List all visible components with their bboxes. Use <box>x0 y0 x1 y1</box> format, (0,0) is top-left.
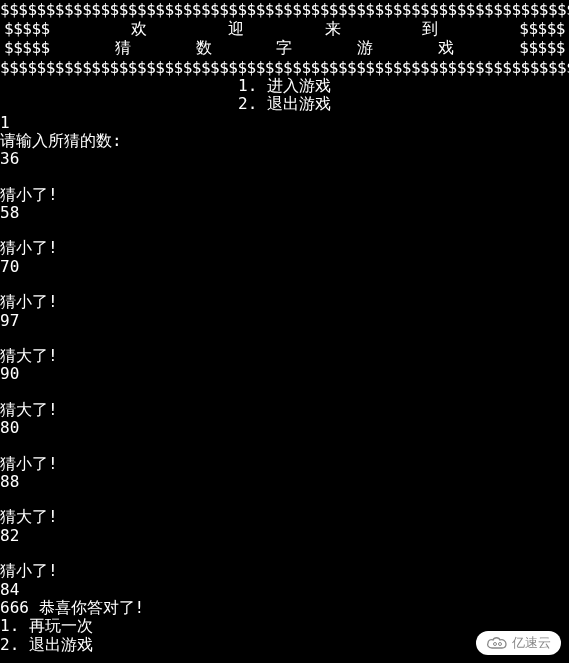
guess-feedback: 猜小了! <box>0 293 569 311</box>
banner-subtitle-char: 数 <box>196 38 212 57</box>
guess-prompt: 请输入所猜的数: <box>0 132 569 150</box>
banner-subtitle-char: 字 <box>276 38 292 57</box>
banner-subtitle-row: $$$$$ 猜 数 字 游 戏 $$$$$ <box>0 38 569 57</box>
guess-feedback: 猜大了! <box>0 508 569 526</box>
guess-value: 58 <box>0 204 569 222</box>
win-message: 666 恭喜你答对了! <box>0 599 569 617</box>
guess-value: 90 <box>0 365 569 383</box>
guess-value: 70 <box>0 258 569 276</box>
guess-value: 80 <box>0 419 569 437</box>
guess-feedback: 猜大了! <box>0 401 569 419</box>
watermark: 亿速云 <box>476 631 561 655</box>
menu-option-enter[interactable]: 1. 进入游戏 <box>0 77 569 95</box>
banner-title-char: 迎 <box>228 19 244 38</box>
user-choice: 1 <box>0 114 569 132</box>
banner-subtitle-char: 游 <box>357 38 373 57</box>
cloud-icon <box>486 636 508 650</box>
guess-feedback: 猜小了! <box>0 562 569 580</box>
banner-subtitle-char: 猜 <box>115 38 131 57</box>
banner-edge-left: $$$$$ <box>4 38 50 57</box>
banner-subtitle-char: 戏 <box>438 38 454 57</box>
banner-edge-right: $$$$$ <box>519 38 565 57</box>
svg-point-0 <box>494 643 497 646</box>
banner-title-char: 欢 <box>131 19 147 38</box>
banner-edge-right: $$$$$ <box>519 19 565 38</box>
guess-feedback: 猜小了! <box>0 455 569 473</box>
guess-feedback: 猜大了! <box>0 347 569 365</box>
guess-value: 88 <box>0 473 569 491</box>
guess-value: 82 <box>0 527 569 545</box>
guess-value: 36 <box>0 150 569 168</box>
guess-value: 84 <box>0 581 569 599</box>
banner-edge-left: $$$$$ <box>4 19 50 38</box>
banner-border-top: $$$$$$$$$$$$$$$$$$$$$$$$$$$$$$$$$$$$$$$$… <box>0 0 569 19</box>
banner-title-row: $$$$$ 欢 迎 来 到 $$$$$ <box>0 19 569 38</box>
guess-feedback: 猜小了! <box>0 239 569 257</box>
menu-option-exit[interactable]: 2. 退出游戏 <box>0 95 569 113</box>
game-session: 1 请输入所猜的数: 36 猜小了! 58 猜小了! 70 猜小了! 97 猜大… <box>0 114 569 655</box>
watermark-text: 亿速云 <box>512 635 551 651</box>
banner-border-bottom: $$$$$$$$$$$$$$$$$$$$$$$$$$$$$$$$$$$$$$$$… <box>0 58 569 77</box>
banner-title-char: 来 <box>325 19 341 38</box>
svg-point-1 <box>499 643 502 646</box>
guess-feedback: 猜小了! <box>0 186 569 204</box>
banner-title-char: 到 <box>422 19 438 38</box>
guess-value: 97 <box>0 312 569 330</box>
main-menu: 1. 进入游戏 2. 退出游戏 <box>0 77 569 114</box>
banner: $$$$$$$$$$$$$$$$$$$$$$$$$$$$$$$$$$$$$$$$… <box>0 0 569 77</box>
